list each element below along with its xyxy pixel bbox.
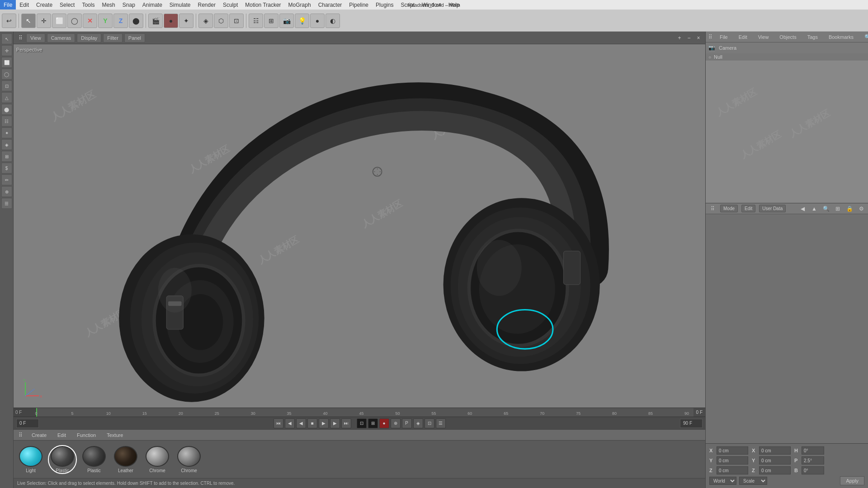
material-chrome-1[interactable]: Chrome bbox=[144, 446, 171, 473]
goto-end-button[interactable]: ⏭ bbox=[341, 418, 351, 428]
point-select-button[interactable]: ⊡ bbox=[229, 14, 244, 28]
menu-snap[interactable]: Snap bbox=[119, 0, 139, 9]
auto-key-button[interactable]: ⊞ bbox=[368, 418, 378, 428]
right-tab-view[interactable]: View bbox=[755, 33, 773, 41]
play-button[interactable]: ▶ bbox=[319, 418, 329, 428]
edit-button[interactable]: Edit bbox=[741, 205, 755, 212]
viewport-maximize[interactable]: + bbox=[675, 34, 684, 42]
z-size-input[interactable] bbox=[759, 466, 791, 474]
sidebar-tool9[interactable]: ✦ bbox=[1, 127, 12, 138]
rotate-tool-button[interactable]: ◯ bbox=[67, 14, 82, 28]
menu-mograph[interactable]: MoGraph bbox=[285, 0, 315, 9]
scale-tool-button[interactable]: ⬜ bbox=[52, 14, 66, 28]
viewport-minimize[interactable]: − bbox=[685, 34, 693, 42]
x-size-input[interactable] bbox=[759, 446, 791, 455]
material-leather[interactable]: Leather bbox=[112, 446, 139, 473]
select-tool-button[interactable]: ↖ bbox=[21, 14, 36, 28]
prev-play-button[interactable]: ◀ bbox=[296, 418, 306, 428]
display-mode-button[interactable]: ☷ bbox=[249, 14, 263, 28]
sidebar-tool5[interactable]: ⊡ bbox=[1, 80, 12, 91]
sidebar-select[interactable]: ↖ bbox=[1, 33, 12, 44]
grid-button[interactable]: ⊞ bbox=[264, 14, 278, 28]
display-menu[interactable]: Display bbox=[77, 33, 101, 42]
settings-icon-2[interactable]: ⚙ bbox=[857, 205, 865, 213]
camera-button[interactable]: 📷 bbox=[279, 14, 294, 28]
menu-pipeline[interactable]: Pipeline bbox=[345, 0, 372, 9]
sidebar-tool13[interactable]: ✏ bbox=[1, 174, 12, 185]
sidebar-tool12[interactable]: $ bbox=[1, 163, 12, 174]
stop-button[interactable]: ■ bbox=[307, 418, 317, 428]
menu-mesh[interactable]: Mesh bbox=[98, 0, 118, 9]
menu-tools[interactable]: Tools bbox=[78, 0, 98, 9]
menu-select[interactable]: Select bbox=[56, 0, 78, 9]
mode-button[interactable]: Mode bbox=[720, 205, 738, 212]
search-icon[interactable]: 🔍 bbox=[864, 33, 868, 41]
material-chrome-2[interactable]: Chrome bbox=[175, 446, 203, 473]
sidebar-tool6[interactable]: △ bbox=[1, 92, 12, 103]
right-tab-file[interactable]: File bbox=[716, 33, 731, 41]
b-rotation-input[interactable] bbox=[802, 466, 824, 474]
loop-button[interactable]: ◈ bbox=[413, 418, 423, 428]
scale-dropdown[interactable]: Scale Freeze bbox=[739, 477, 767, 485]
search-icon-2[interactable]: 🔍 bbox=[822, 205, 830, 213]
view-menu[interactable]: View bbox=[26, 33, 45, 42]
menu-animate[interactable]: Animate bbox=[139, 0, 166, 9]
render-settings-button[interactable]: ✦ bbox=[179, 14, 193, 28]
settings-button[interactable]: ☰ bbox=[436, 418, 446, 428]
render-button[interactable]: ● bbox=[164, 14, 178, 28]
menu-render[interactable]: Render bbox=[194, 0, 219, 9]
preview-button[interactable]: P bbox=[402, 418, 412, 428]
half-sphere-button[interactable]: ◐ bbox=[326, 14, 340, 28]
material-plastic-2[interactable]: Plastic bbox=[80, 446, 108, 473]
p-rotation-input[interactable] bbox=[802, 456, 824, 465]
y-axis-button[interactable]: Y bbox=[98, 14, 113, 28]
mat-tab-texture[interactable]: Texture bbox=[103, 430, 127, 440]
right-tab-tags[interactable]: Tags bbox=[804, 33, 821, 41]
menu-edit[interactable]: Edit bbox=[16, 0, 33, 9]
prev-frame-button[interactable]: ◀ bbox=[285, 418, 295, 428]
up-icon[interactable]: ▲ bbox=[810, 205, 818, 213]
lock-icon[interactable]: 🔒 bbox=[845, 205, 854, 213]
sidebar-tool14[interactable]: ⊕ bbox=[1, 186, 12, 197]
render-region-button[interactable]: 🎬 bbox=[148, 14, 163, 28]
sidebar-rotate[interactable]: ◯ bbox=[1, 69, 12, 80]
sidebar-tool10[interactable]: ◈ bbox=[1, 139, 12, 150]
timeline-ruler[interactable]: 0 5 10 15 20 25 30 35 40 45 50 55 60 65 … bbox=[36, 408, 693, 417]
panel-menu[interactable]: Panel bbox=[124, 33, 145, 42]
y-size-input[interactable] bbox=[759, 456, 791, 465]
move-tool-button[interactable]: ✛ bbox=[37, 14, 51, 28]
fps-button[interactable]: ⊡ bbox=[425, 418, 434, 428]
filter-menu[interactable]: Filter bbox=[103, 33, 122, 42]
cameras-menu[interactable]: Cameras bbox=[47, 33, 75, 42]
collapse-icon[interactable]: ◀ bbox=[798, 205, 807, 213]
x-position-input[interactable] bbox=[717, 446, 748, 455]
menu-file[interactable]: File bbox=[0, 0, 16, 9]
x-axis-button[interactable]: ✕ bbox=[83, 14, 97, 28]
viewport-3d[interactable]: Perspective 人人素材区 人人素材区 人人素材区 人人素材区 人人素材… bbox=[14, 44, 705, 408]
sidebar-tool11[interactable]: ⊞ bbox=[1, 151, 12, 162]
mat-tab-function[interactable]: Function bbox=[73, 430, 99, 440]
viewport-close[interactable]: × bbox=[694, 34, 703, 42]
apply-button[interactable]: Apply bbox=[840, 476, 864, 485]
user-data-button[interactable]: User Data bbox=[759, 205, 786, 212]
key-button[interactable]: ● bbox=[379, 418, 389, 428]
menu-sculpt[interactable]: Sculpt bbox=[219, 0, 241, 9]
sphere-button[interactable]: ● bbox=[310, 14, 325, 28]
material-light[interactable]: Light bbox=[17, 446, 44, 473]
menu-simulate[interactable]: Simulate bbox=[166, 0, 194, 9]
menu-character[interactable]: Character bbox=[315, 0, 346, 9]
edge-select-button[interactable]: ⬡ bbox=[214, 14, 228, 28]
y-position-input[interactable] bbox=[717, 456, 748, 465]
menu-plugins[interactable]: Plugins bbox=[372, 0, 397, 9]
undo-button[interactable]: ↩ bbox=[2, 14, 16, 28]
h-rotation-input[interactable] bbox=[802, 446, 824, 455]
record-button[interactable]: ⊡ bbox=[357, 418, 367, 428]
motion-path-button[interactable]: ⊕ bbox=[391, 418, 401, 428]
sidebar-tool15[interactable]: ☰ bbox=[1, 198, 12, 209]
mat-tab-create[interactable]: Create bbox=[28, 430, 50, 440]
mat-tab-edit[interactable]: Edit bbox=[54, 430, 70, 440]
menu-motion-tracker[interactable]: Motion Tracker bbox=[241, 0, 284, 9]
next-frame-button[interactable]: ▶ bbox=[330, 418, 340, 428]
timeline[interactable]: 0 F 0 5 10 15 20 25 30 35 40 45 50 55 60… bbox=[14, 408, 705, 417]
sidebar-scale[interactable]: ⬜ bbox=[1, 57, 12, 68]
